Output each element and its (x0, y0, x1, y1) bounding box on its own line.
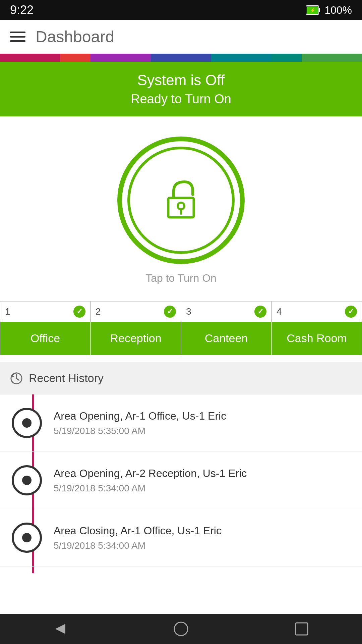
color-strip-segment (30, 54, 60, 62)
history-event-text: Area Opening, Ar-1 Office, Us-1 Eric (54, 410, 352, 422)
zone-card-name: Cash Room (272, 322, 362, 355)
history-dot-inner (22, 533, 32, 542)
hamburger-line-2 (10, 36, 25, 38)
recent-history-title: Recent History (29, 372, 104, 385)
tap-to-turn-on-label: Tap to Turn On (145, 272, 217, 284)
history-dot-outer (12, 408, 42, 438)
history-dot-container (0, 465, 54, 495)
history-content: Area Closing, Ar-1 Office, Us-1 Eric 5/1… (54, 523, 352, 551)
zone-card[interactable]: 4 Cash Room (272, 301, 362, 355)
zone-card[interactable]: 1 Office (0, 301, 90, 355)
color-strip-segment (90, 54, 121, 62)
menu-button[interactable] (10, 32, 25, 42)
color-strip-segment (211, 54, 241, 62)
hamburger-line-1 (10, 32, 25, 33)
history-item: Area Opening, Ar-2 Reception, Us-1 Eric … (0, 452, 362, 509)
top-bar: Dashboard (0, 20, 362, 54)
history-content: Area Opening, Ar-2 Reception, Us-1 Eric … (54, 465, 352, 494)
zone-check-icon (254, 306, 266, 318)
color-strip (0, 54, 362, 62)
color-strip-segment (302, 54, 332, 62)
system-status-title: System is Off (7, 72, 355, 89)
svg-point-11 (174, 622, 188, 636)
history-list: Area Opening, Ar-1 Office, Us-1 Eric 5/1… (0, 394, 362, 573)
zone-card-name: Reception (91, 322, 181, 355)
svg-rect-12 (296, 623, 308, 635)
page-title: Dashboard (36, 28, 114, 46)
svg-line-9 (16, 378, 19, 380)
status-time: 9:22 (10, 3, 34, 17)
system-status-subtitle: Ready to Turn On (7, 92, 355, 106)
history-dot-inner (22, 476, 32, 485)
lock-outer-ring[interactable] (117, 137, 245, 264)
history-item: Area Opening, Ar-1 Office, Us-1 Eric 5/1… (0, 394, 362, 452)
zone-card-header: 4 (272, 302, 362, 322)
color-strip-segment (60, 54, 90, 62)
history-dot-container (0, 408, 54, 438)
zone-check-icon (345, 306, 357, 318)
hamburger-line-3 (10, 40, 25, 42)
color-strip-segment (272, 54, 302, 62)
color-strip-segment (121, 54, 151, 62)
lock-button-container[interactable]: Tap to Turn On (0, 116, 362, 294)
lock-inner-ring[interactable] (127, 147, 235, 254)
zone-card-header: 2 (91, 302, 181, 322)
battery-percent: 100% (324, 4, 352, 16)
history-event-text: Area Closing, Ar-1 Office, Us-1 Eric (54, 525, 352, 537)
status-right: ⚡ 100% (306, 4, 352, 16)
svg-marker-10 (55, 624, 65, 634)
zone-cards: 1 Office 2 Reception 3 Canteen 4 Cash Ro… (0, 294, 362, 362)
zone-number: 4 (277, 306, 282, 317)
history-icon (10, 372, 23, 385)
system-banner[interactable]: System is Off Ready to Turn On (0, 62, 362, 116)
nav-bar (0, 614, 362, 644)
home-button[interactable] (169, 617, 193, 641)
recent-history-header: Recent History (0, 362, 362, 394)
zone-card-name: Canteen (181, 322, 271, 355)
zone-card-header: 1 (0, 302, 90, 322)
history-time-text: 5/19/2018 5:34:00 AM (54, 540, 352, 551)
zone-number: 2 (96, 306, 101, 317)
zone-card-header: 3 (181, 302, 271, 322)
recents-button[interactable] (290, 617, 313, 641)
history-content: Area Opening, Ar-1 Office, Us-1 Eric 5/1… (54, 408, 352, 436)
color-strip-segment (151, 54, 181, 62)
zone-check-icon (164, 306, 176, 318)
back-icon (52, 621, 69, 637)
home-icon (173, 621, 189, 637)
history-dot-outer (12, 465, 42, 495)
color-strip-segment (181, 54, 211, 62)
color-strip-segment (332, 54, 362, 62)
color-strip-segment (241, 54, 272, 62)
battery-icon: ⚡ (306, 5, 320, 15)
history-time-text: 5/19/2018 5:34:00 AM (54, 483, 352, 494)
history-dot-container (0, 523, 54, 553)
recents-icon (294, 622, 309, 636)
color-strip-segment (0, 54, 30, 62)
history-dot-outer (12, 523, 42, 553)
zone-number: 3 (186, 306, 191, 317)
history-time-text: 5/19/2018 5:35:00 AM (54, 426, 352, 436)
zone-card-name: Office (0, 322, 90, 355)
zone-card[interactable]: 2 Reception (90, 301, 181, 355)
back-button[interactable] (49, 617, 72, 641)
history-item: Area Closing, Ar-1 Office, Us-1 Eric 5/1… (0, 509, 362, 567)
status-bar: 9:22 ⚡ 100% (0, 0, 362, 20)
svg-text:⚡: ⚡ (310, 7, 316, 13)
zone-number: 1 (5, 306, 10, 317)
zone-check-icon (73, 306, 85, 318)
lock-icon (161, 178, 201, 222)
svg-rect-1 (319, 8, 320, 12)
history-dot-inner (22, 418, 32, 428)
zone-card[interactable]: 3 Canteen (181, 301, 272, 355)
history-event-text: Area Opening, Ar-2 Reception, Us-1 Eric (54, 467, 352, 480)
